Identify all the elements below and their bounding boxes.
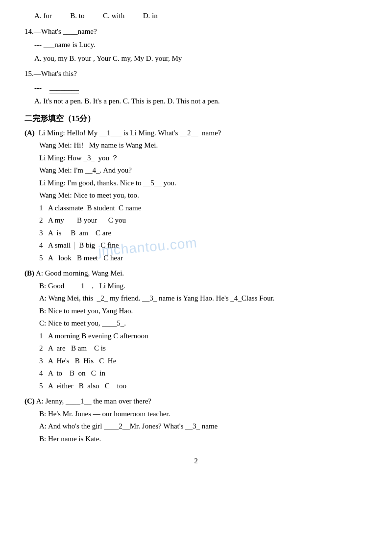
page-content: A. for B. to C. with D. in 14.—What's __… [24,10,368,468]
part-a-line-5: Wang Mei: Nice to meet you, too. [24,189,368,202]
part-b-ans-1: 1 A morning B evening C afternoon [39,330,368,343]
part-b-header: (B) A: Good morning, Wang Mei. [24,267,368,280]
part-c-line-3: B: Her name is Kate. [24,433,368,446]
part-c-line-1: B: He's Mr. Jones — our homeroom teacher… [24,408,368,421]
part-a-line-4: Li Ming: I'm good, thanks. Nice to __5__… [24,177,368,190]
part-b-line-0: A: Good morning, Wang Mei. [36,269,124,277]
part-c-block: (C) A: Jenny, ____1__ the man over there… [24,395,368,445]
part-c-line-2: A: And who's the girl ____2__Mr. Jones? … [24,420,368,433]
q15-question: 15.—What's this? [24,68,368,80]
page-number: 2 [24,455,368,468]
part-b-line-2: A: Wang Mei, this _2_ my friend. __3_ na… [24,292,368,305]
q13-option-c: C. with [103,12,124,20]
q13-option-a: A. for [34,12,52,20]
part-b-answers: 1 A morning B evening C afternoon 2 A ar… [24,330,368,393]
q13-options: A. for B. to C. with D. in [24,10,368,23]
part-a-ans-5: 5 A look B meet C hear [39,252,368,265]
part-a-line-1: Wang Mei: Hi! My name is Wang Mei. [24,139,368,152]
part-b-line-4: C: Nice to meet you, ____5_. [24,317,368,330]
part-b-line-1: B: Good ____1__, Li Ming. [24,280,368,293]
part-b-ans-2: 2 A are B am C is [39,342,368,355]
part-c-header: (C) A: Jenny, ____1__ the man over there… [24,395,368,408]
q15-dash: --- ________ [24,81,368,95]
part-a-ans-4: 4 A small B big C fine [39,239,368,252]
q14-question: 14.—What's ____name? [24,25,368,38]
part-b-ans-4: 4 A to B on C in [39,367,368,380]
part-a-line-2: Li Ming: How _3_ you ？ [24,152,368,165]
q13-option-d: D. in [143,12,158,20]
section2-header: 二完形填空（15分） [24,112,368,125]
part-a-header: (A) Li Ming: Hello! My __1___ is Li Ming… [24,127,368,140]
part-a-ans-1: 1 A classmate B student C name [39,202,368,215]
q14-dash: --- ___name is Lucy. [24,39,368,51]
part-b-line-3: B: Nice to meet you, Yang Hao. [24,305,368,318]
part-a-ans-2: 2 A my B your C you [39,214,368,227]
part-b-block: (B) A: Good morning, Wang Mei. B: Good _… [24,267,368,392]
part-a-block: (A) Li Ming: Hello! My __1___ is Li Ming… [24,127,368,265]
q14-options: A. you, my B. your , Your C. my, My D. y… [24,52,368,65]
part-a-line-0: Li Ming: Hello! My __1___ is Li Ming. Wh… [39,127,221,140]
part-a-answers: 1 A classmate B student C name 2 A my B … [24,202,368,265]
q13-option-b: B. to [70,12,84,20]
part-b-ans-3: 3 A He's B His C He [39,355,368,368]
part-a-line-3: Wang Mei: I'm __4_. And you? [24,164,368,177]
q15-options: A. It's not a pen. B. It's a pen. C. Thi… [24,95,368,108]
part-b-ans-5: 5 A either B also C too [39,380,368,393]
part-c-line-0: A: Jenny, ____1__ the man over there? [36,397,151,405]
part-a-ans-3: 3 A is B am C are [39,227,368,240]
